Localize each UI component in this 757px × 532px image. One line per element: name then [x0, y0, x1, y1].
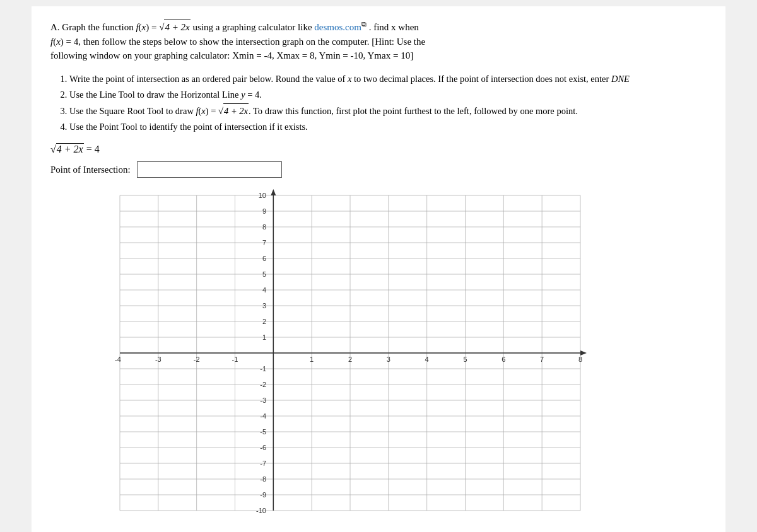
x-label-1: 1 [310, 356, 314, 363]
external-link-icon: ⧉ [361, 20, 367, 28]
x-label-7: 7 [540, 356, 544, 363]
y-label-neg1: -1 [260, 365, 266, 373]
x-label-neg4: -4 [115, 356, 121, 363]
poi-label: Point of Intersection: [50, 165, 131, 175]
y-label-3: 3 [262, 302, 266, 309]
y-label-neg3: -3 [260, 396, 266, 404]
poi-row: Point of Intersection: [50, 161, 707, 178]
y-label-neg5: -5 [260, 428, 266, 436]
x-label-neg3: -3 [155, 356, 161, 363]
f-eq-4: f(x) = 4, then follow the steps below to… [50, 37, 425, 47]
instruction-3: Use the Square Root Tool to draw f(x) = … [69, 103, 707, 119]
x-label-3: 3 [387, 356, 390, 363]
y-label-9: 9 [262, 207, 266, 215]
y-label-neg10: -10 [256, 507, 266, 514]
equation-display: √4 + 2x = 4 [50, 143, 707, 155]
func-description: f(x) = √4 + 2x [136, 22, 192, 32]
x-axis-arrow [580, 350, 587, 356]
instruction-4: Use the Point Tool to identify the point… [69, 120, 707, 134]
y-label-2: 2 [262, 318, 266, 325]
find-x-text: . find x when [369, 22, 419, 32]
y-label-1: 1 [262, 333, 266, 341]
x-label-neg2: -2 [194, 356, 200, 363]
y-label-4: 4 [262, 286, 266, 294]
x-label-neg1: -1 [232, 356, 238, 363]
part-a-label: A. Graph the function [50, 22, 134, 32]
y-label-6: 6 [262, 255, 266, 262]
graph-area: .grid-line { stroke: #aaa; stroke-width:… [57, 189, 707, 532]
y-label-neg7: -7 [260, 460, 266, 467]
desmos-link[interactable]: desmos.com [314, 22, 361, 32]
y-label-7: 7 [262, 239, 266, 246]
graph-wrapper: .grid-line { stroke: #aaa; stroke-width:… [95, 189, 587, 529]
coordinate-graph: .grid-line { stroke: #aaa; stroke-width:… [95, 189, 587, 529]
x-label-5: 5 [463, 356, 467, 363]
y-label-neg9: -9 [260, 491, 266, 499]
using-text: using a graphing calculator like [192, 22, 312, 32]
y-label-5: 5 [262, 270, 266, 278]
intro-paragraph: A. Graph the function f(x) = √4 + 2x usi… [50, 19, 707, 63]
x-label-6: 6 [502, 356, 505, 363]
equation-lhs: √4 + 2x [50, 143, 84, 155]
instruction-2: Use the Line Tool to draw the Horizontal… [69, 88, 707, 102]
window-hint: following window on your graphing calcul… [50, 50, 413, 61]
y-label-neg8: -8 [260, 475, 266, 483]
instructions-list: Write the point of intersection as an or… [69, 72, 707, 135]
y-label-neg4: -4 [260, 412, 266, 420]
page-container: A. Graph the function f(x) = √4 + 2x usi… [32, 6, 725, 532]
instruction-1: Write the point of intersection as an or… [69, 72, 707, 86]
y-label-10: 10 [259, 192, 266, 199]
y-label-neg6: -6 [260, 444, 266, 451]
x-label-4: 4 [425, 356, 429, 363]
equation-equals: = 4 [86, 144, 100, 154]
y-axis-arrow [271, 189, 276, 195]
y-label-neg2: -2 [260, 381, 266, 388]
y-label-8: 8 [262, 223, 266, 231]
x-label-2: 2 [348, 356, 352, 363]
x-label-8: 8 [578, 356, 582, 363]
poi-input[interactable] [137, 161, 282, 178]
